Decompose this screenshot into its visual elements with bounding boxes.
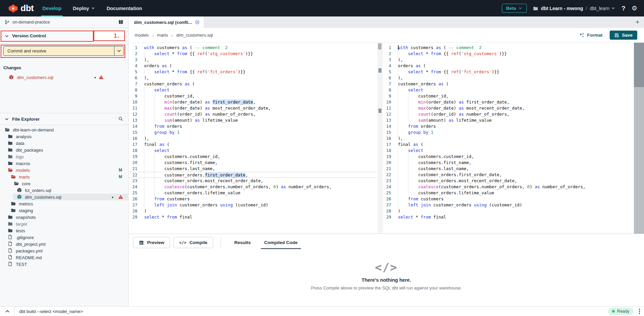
new-tab-button[interactable]: + xyxy=(631,16,644,28)
code-line[interactable]: 21 customers.last_name, xyxy=(129,166,382,172)
breadcrumb-marts[interactable]: marts xyxy=(157,33,168,38)
branch-row[interactable]: on-demand-practice xyxy=(0,16,128,28)
code-line[interactable]: 8 select xyxy=(129,87,382,93)
code-line[interactable]: 7customer_orders as ( xyxy=(382,81,644,87)
command-input[interactable] xyxy=(15,309,608,314)
code-line[interactable]: 9 customer_id, xyxy=(129,93,382,99)
tree-item-fct-orders-sql[interactable]: fct_orders.sql xyxy=(0,187,128,194)
code-line[interactable]: 22 customer_orders.first_order_date, xyxy=(129,172,382,178)
code-line[interactable]: 28) xyxy=(129,208,382,214)
code-line[interactable]: 23 customer_orders.most_recent_order_dat… xyxy=(382,178,644,184)
tree-item-logs[interactable]: logs xyxy=(0,153,128,160)
format-button[interactable]: Format xyxy=(579,33,603,38)
right-editor-scrollbar[interactable] xyxy=(634,43,644,234)
code-line[interactable]: 20 customers.first_name, xyxy=(382,160,644,166)
code-line[interactable]: 4orders as ( xyxy=(129,63,382,69)
beta-dropdown[interactable]: Beta xyxy=(502,4,527,13)
help-icon[interactable]: ? xyxy=(621,5,625,12)
tree-item-readme-md[interactable]: README.md xyxy=(0,254,128,261)
tab-compiled-code[interactable]: Compiled Code xyxy=(258,234,304,251)
dbt-logo[interactable]: dbt xyxy=(0,0,42,16)
code-line[interactable]: 9 customer_id, xyxy=(382,93,644,99)
code-line[interactable]: 6), xyxy=(129,75,382,81)
code-line[interactable]: 10 min(order_date) as first_order_date, xyxy=(382,99,644,105)
tree-item--gitignore[interactable]: .gitignore xyxy=(0,234,128,241)
commit-dropdown-toggle[interactable] xyxy=(114,46,124,55)
code-line[interactable]: 5 select * from {{ ref('fct_orders')}} xyxy=(382,69,644,75)
code-line[interactable]: 20 customers.first_name, xyxy=(129,160,382,166)
editor-pane-right[interactable]: 1with customers as ( -- comment 22 selec… xyxy=(382,43,644,234)
code-line[interactable]: 27 left join customer_orders using (cust… xyxy=(129,202,382,208)
code-line[interactable]: 24 coalesce(customer_orders.number_of_or… xyxy=(129,184,382,190)
file-explorer-header[interactable]: File Explorer xyxy=(0,113,128,125)
tree-item-dbt-packages[interactable]: dbt_packages xyxy=(0,147,128,153)
code-line[interactable]: 2 select * from {{ ref('stg_customers')}… xyxy=(129,51,382,57)
code-line[interactable]: 21 customers.last_name, xyxy=(382,166,644,172)
code-line[interactable]: 16), xyxy=(129,135,382,142)
editor-pane-left[interactable]: 1with customers as ( -- comment 22 selec… xyxy=(129,43,382,234)
code-line[interactable]: 11 max(order_date) as most_recent_order_… xyxy=(129,105,382,111)
code-line[interactable]: 29select * from final xyxy=(129,214,382,220)
tree-item-data[interactable]: data xyxy=(0,140,128,147)
chevron-up-icon[interactable] xyxy=(0,307,15,316)
project-name[interactable]: dbt_learn xyxy=(590,6,615,11)
code-line[interactable]: 28) xyxy=(382,208,644,214)
code-line[interactable]: 26 from customers xyxy=(129,196,382,202)
account-project-selector[interactable]: dbt Learn - mwong / dbt_learn xyxy=(533,6,616,11)
tab-dim-customers[interactable]: dim_customers.sql (confli... xyxy=(129,16,204,28)
code-line[interactable]: 2 select * from {{ ref('stg_customers')}… xyxy=(382,51,644,57)
tree-item-snapshots[interactable]: snapshots xyxy=(0,214,128,221)
code-line[interactable]: 19 customers.customer_id, xyxy=(382,154,644,160)
tree-item-test[interactable]: TEST xyxy=(0,261,128,268)
changed-file-dim-customers[interactable]: dim_customers.sql • xyxy=(0,74,128,81)
code-line[interactable]: 3), xyxy=(129,57,382,63)
tree-item-analysis[interactable]: analysis xyxy=(0,133,128,140)
tree-item-dbt-learn-on-demand[interactable]: dbt-learn-on-demand xyxy=(0,126,128,133)
nav-item-documentation[interactable]: Documentation xyxy=(107,0,142,16)
code-line[interactable]: 27 left join customer_orders using (cust… xyxy=(382,202,644,208)
tree-item-metrics[interactable]: metrics xyxy=(0,200,128,207)
tree-item-dbt-project-yml[interactable]: dbt_project.yml xyxy=(0,241,128,247)
code-line[interactable]: 11 max(order_date) as most_recent_order_… xyxy=(382,105,644,111)
code-line[interactable]: 16), xyxy=(382,135,644,142)
code-line[interactable]: 4orders as ( xyxy=(382,63,644,69)
code-line[interactable]: 10 min(order_date) as first_order_date, xyxy=(129,99,382,105)
code-line[interactable]: 24 coalesce(customer_orders.number_of_or… xyxy=(382,184,644,190)
tree-item-models[interactable]: modelsM xyxy=(0,167,128,173)
code-line[interactable]: 5 select * from {{ ref('fct_orders')}} xyxy=(129,69,382,75)
code-line[interactable]: 13 sum(amount) as lifetime_value xyxy=(382,117,644,123)
tree-item-tests[interactable]: tests xyxy=(0,227,128,234)
code-line[interactable]: 14 from orders xyxy=(382,123,644,129)
search-icon[interactable] xyxy=(118,116,124,122)
tab-results[interactable]: Results xyxy=(228,234,258,251)
tree-item-macros[interactable]: macros xyxy=(0,160,128,167)
tree-item-marts[interactable]: martsM xyxy=(0,173,128,180)
code-line[interactable]: 25 customer_orders.lifetime_value xyxy=(129,190,382,196)
code-line[interactable]: 1with customers as ( -- comment 2 xyxy=(129,45,382,51)
version-control-header[interactable]: Version Control xyxy=(0,28,128,44)
tree-item-packages-yml[interactable]: packages.yml xyxy=(0,247,128,254)
tree-item-core[interactable]: core xyxy=(0,180,128,187)
code-line[interactable]: 18 select xyxy=(129,148,382,154)
code-line[interactable]: 13 sum(amount) as lifetime_value xyxy=(129,117,382,123)
gear-icon[interactable]: ⚙ xyxy=(632,5,637,11)
code-line[interactable]: 12 count(order_id) as number_of_orders, xyxy=(129,111,382,117)
ready-status-badge[interactable]: Ready xyxy=(608,308,633,315)
code-line[interactable]: 7customer_orders as ( xyxy=(129,81,382,87)
code-line[interactable]: 18 select xyxy=(382,148,644,154)
nav-item-develop[interactable]: Develop xyxy=(42,0,61,16)
commit-and-resolve-button[interactable]: Commit and resolve xyxy=(3,46,124,56)
code-line[interactable]: 6), xyxy=(382,75,644,81)
code-line[interactable]: 22 customer_orders.first_order_date, xyxy=(382,172,644,178)
nav-item-deploy[interactable]: Deploy xyxy=(73,0,95,16)
code-line[interactable]: 15 group by 1 xyxy=(129,129,382,135)
code-line[interactable]: 12 count(order_id) as number_of_orders, xyxy=(382,111,644,117)
code-line[interactable]: 17final as ( xyxy=(129,142,382,148)
code-line[interactable]: 25 customer_orders.lifetime_value xyxy=(382,190,644,196)
kebab-menu-icon[interactable] xyxy=(638,309,644,314)
code-line[interactable]: 23 customer_orders.most_recent_order_dat… xyxy=(129,178,382,184)
docs-book-icon[interactable] xyxy=(118,19,124,25)
breadcrumb-models[interactable]: models xyxy=(135,33,149,38)
tree-item-staging[interactable]: staging xyxy=(0,207,128,214)
compile-button[interactable]: </> Compile xyxy=(173,237,213,248)
